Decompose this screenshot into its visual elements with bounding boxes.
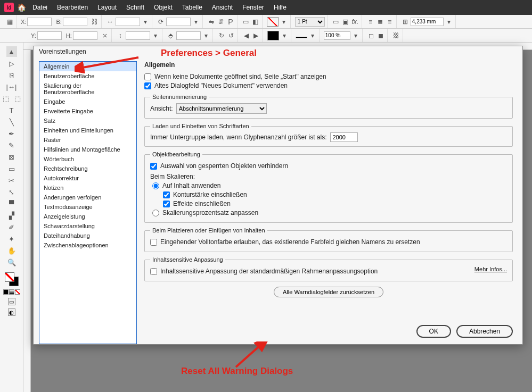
- nav-item-spelling[interactable]: Rechtschreibung: [39, 164, 136, 173]
- cancel-button[interactable]: Abbrechen: [456, 325, 513, 338]
- nav-item-notes[interactable]: Notizen: [39, 183, 136, 193]
- field-scale-x[interactable]: [116, 18, 140, 26]
- link-corners-icon[interactable]: ⛓: [392, 31, 400, 40]
- nav-item-track-changes[interactable]: Änderungen verfolgen: [39, 193, 136, 202]
- menu-edit[interactable]: Bearbeiten: [54, 4, 91, 11]
- screen-mode-row[interactable]: ▭: [8, 298, 15, 305]
- stroke-swatch[interactable]: [267, 31, 279, 40]
- text-wrap-bbox-icon[interactable]: ▣: [341, 18, 350, 26]
- rotate-icon[interactable]: ⟳: [157, 18, 165, 26]
- menu-view[interactable]: Ansicht: [209, 4, 236, 11]
- scale-y-icon[interactable]: ↕: [116, 31, 125, 40]
- ok-button[interactable]: OK: [416, 325, 451, 338]
- field-subset-threshold[interactable]: [330, 132, 358, 142]
- broken-chain-icon[interactable]: ⤫: [101, 31, 109, 40]
- free-transform-tool[interactable]: ⤡: [6, 187, 17, 197]
- menu-help[interactable]: Hilfe: [271, 4, 290, 11]
- text-wrap-none-icon[interactable]: ▭: [332, 18, 340, 26]
- shear-icon[interactable]: ⬘: [167, 31, 175, 40]
- menu-type[interactable]: Schrift: [123, 4, 148, 11]
- fill-swatch[interactable]: [267, 17, 279, 27]
- cb-show-start[interactable]: [144, 73, 151, 80]
- direct-selection-tool[interactable]: ▷: [6, 58, 17, 69]
- gradient-swatch-tool[interactable]: ▀: [6, 198, 17, 209]
- nav-item-units[interactable]: Einheiten und Einteilungen: [39, 126, 136, 135]
- rectangle-tool[interactable]: ▭: [6, 163, 17, 174]
- nav-item-file-handling[interactable]: Dateihandhabung: [39, 231, 136, 240]
- drop-shadow-icon[interactable]: ◼: [377, 31, 385, 40]
- reference-point-grid[interactable]: ▦: [3, 15, 17, 28]
- zoom-tool[interactable]: 🔍: [6, 257, 17, 268]
- stroke-weight-field[interactable]: 1 Pt: [295, 17, 325, 27]
- constrain-icon[interactable]: ⛓: [91, 18, 99, 26]
- nav-item-black-appearance[interactable]: Schwarzdarstellung: [39, 221, 136, 231]
- select-page-numbering-view[interactable]: Abschnittsnummerierung: [176, 103, 267, 114]
- cb-prevent-locked-select[interactable]: [150, 163, 157, 170]
- flip-horizontal-icon[interactable]: ⇋: [207, 18, 216, 26]
- gap-tool[interactable]: |↔|: [6, 81, 17, 92]
- line-tool[interactable]: ╲: [6, 116, 17, 127]
- nav-item-guides[interactable]: Hilfslinien und Montagefläche: [39, 145, 136, 154]
- nav-item-story-editor[interactable]: Textmodusanzeige: [39, 202, 136, 212]
- nav-item-display-perf[interactable]: Anzeigeleistung: [39, 212, 136, 221]
- rotate-cw-icon[interactable]: ↻: [217, 31, 226, 40]
- nav-item-interface[interactable]: Benutzeroberfläche: [39, 71, 136, 81]
- stroke-style-field[interactable]: [296, 37, 307, 38]
- menu-file[interactable]: Datei: [29, 4, 51, 11]
- eyedropper-tool[interactable]: ✦: [6, 233, 17, 244]
- rb-adjust-percent[interactable]: [152, 210, 159, 216]
- nav-item-clipboard[interactable]: Zwischenablageoptionen: [39, 240, 136, 250]
- field-scale-y[interactable]: [126, 31, 150, 40]
- cb-include-effects[interactable]: [163, 201, 170, 207]
- scale-x-icon[interactable]: ↔: [106, 18, 114, 26]
- note-tool[interactable]: ✐: [6, 222, 17, 232]
- fill-stroke-swatches[interactable]: [4, 271, 20, 287]
- menu-layout[interactable]: Layout: [94, 4, 120, 11]
- pen-tool[interactable]: ✒: [6, 128, 17, 139]
- flip-vertical-icon[interactable]: ⇵: [217, 18, 225, 26]
- select-next-icon[interactable]: ▶: [252, 31, 260, 40]
- cb-content-aware-default[interactable]: [150, 268, 157, 275]
- rectangle-frame-tool[interactable]: ⊠: [6, 152, 17, 162]
- content-placer-tool[interactable]: ⬚: [12, 93, 23, 104]
- rb-apply-to-content[interactable]: [152, 182, 159, 189]
- field-shear[interactable]: [176, 31, 201, 40]
- rotate-ccw-icon[interactable]: ↺: [227, 31, 235, 40]
- cb-legacy-newdoc[interactable]: [144, 82, 151, 89]
- opacity-field[interactable]: [324, 31, 350, 40]
- nav-item-ui-scaling[interactable]: Skalierung der Benutzeroberfläche: [39, 81, 136, 97]
- ruler-vertical[interactable]: [23, 50, 31, 392]
- align-left-icon[interactable]: ≡: [366, 18, 375, 26]
- nav-item-autocorrect[interactable]: Autokorrektur: [39, 173, 136, 183]
- field-h[interactable]: [73, 31, 97, 40]
- cb-allow-spot-replace[interactable]: [150, 239, 157, 246]
- scissors-tool[interactable]: ✂: [6, 175, 17, 186]
- field-x[interactable]: [27, 18, 52, 26]
- content-collector-tool[interactable]: ⬚: [1, 93, 11, 104]
- selection-tool[interactable]: ▲: [6, 46, 17, 57]
- page-tool[interactable]: ⎘: [6, 70, 17, 80]
- select-container-icon[interactable]: ▭: [242, 18, 250, 26]
- home-icon[interactable]: 🏠: [17, 3, 26, 12]
- type-tool[interactable]: T: [6, 105, 17, 115]
- nav-item-advanced-type[interactable]: Erweiterte Eingabe: [39, 106, 136, 116]
- field-rotate[interactable]: [166, 18, 191, 26]
- select-prev-icon[interactable]: ◀: [242, 31, 251, 40]
- measure-field[interactable]: [411, 18, 444, 26]
- menu-table[interactable]: Tabelle: [179, 4, 206, 11]
- gradient-feather-tool[interactable]: ▞: [6, 210, 17, 221]
- menu-object[interactable]: Objekt: [151, 4, 176, 11]
- field-w[interactable]: [63, 18, 87, 26]
- nav-item-composition[interactable]: Satz: [39, 116, 136, 126]
- link-more-info[interactable]: Mehr Infos...: [474, 266, 507, 272]
- color-apply-row[interactable]: [3, 289, 20, 295]
- field-y[interactable]: [37, 31, 62, 40]
- view-mode-row[interactable]: ◐: [8, 308, 15, 316]
- reset-all-warnings-button[interactable]: Alle Warndialogfelder zurücksetzen: [274, 287, 383, 297]
- pencil-tool[interactable]: ✎: [6, 140, 17, 151]
- select-content-icon[interactable]: ◧: [251, 18, 260, 26]
- nav-item-general[interactable]: Allgemein: [39, 62, 136, 71]
- nav-item-dictionary[interactable]: Wörterbuch: [39, 154, 136, 164]
- nav-item-type[interactable]: Eingabe: [39, 97, 136, 106]
- corner-options-icon[interactable]: ◻: [367, 31, 375, 40]
